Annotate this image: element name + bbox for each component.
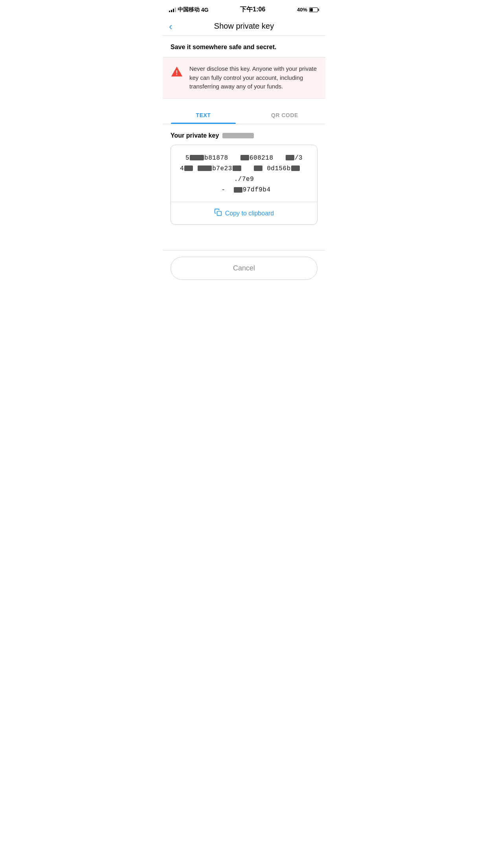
carrier-label: 中国移动: [178, 6, 200, 13]
private-key-label: Your private key: [171, 132, 317, 139]
svg-rect-2: [217, 211, 221, 216]
svg-text:!: !: [176, 70, 178, 76]
copy-button[interactable]: Copy to clipboard: [177, 202, 311, 224]
back-button[interactable]: ‹: [169, 21, 172, 31]
private-key-section: Your private key 5b81878 608218 /3 4 b7e…: [163, 124, 325, 225]
status-bar: 中国移动 4G 下午1:06 40%: [163, 0, 325, 17]
warning-text: Never disclose this key. Anyone with you…: [189, 64, 317, 91]
time-label: 下午1:06: [240, 6, 265, 14]
key-text: 5b81878 608218 /3 4 b7e23 0d156b ./7e9 -…: [177, 153, 311, 196]
warning-icon: !: [171, 65, 183, 78]
key-box: 5b81878 608218 /3 4 b7e23 0d156b ./7e9 -…: [171, 145, 317, 225]
battery-icon: [309, 7, 319, 12]
nav-header: ‹ Show private key: [163, 17, 325, 36]
cancel-button[interactable]: Cancel: [171, 257, 317, 280]
cancel-button-wrapper: Cancel: [163, 250, 325, 289]
warning-box: ! Never disclose this key. Anyone with y…: [163, 57, 325, 99]
copy-icon: [214, 208, 222, 218]
tab-text[interactable]: TEXT: [163, 107, 244, 124]
status-right: 40%: [297, 7, 319, 13]
page-title: Show private key: [214, 22, 274, 31]
battery-percent: 40%: [297, 7, 307, 13]
tabs-container: TEXT QR CODE: [163, 107, 325, 124]
main-content: Save it somewhere safe and secret. ! Nev…: [163, 36, 325, 241]
safe-section: Save it somewhere safe and secret.: [163, 36, 325, 57]
signal-icon: [169, 7, 176, 12]
copy-label: Copy to clipboard: [225, 210, 274, 217]
tab-qr-code[interactable]: QR CODE: [244, 107, 325, 124]
status-left: 中国移动 4G: [169, 6, 209, 13]
network-label: 4G: [201, 7, 209, 13]
safe-text: Save it somewhere safe and secret.: [171, 44, 276, 50]
